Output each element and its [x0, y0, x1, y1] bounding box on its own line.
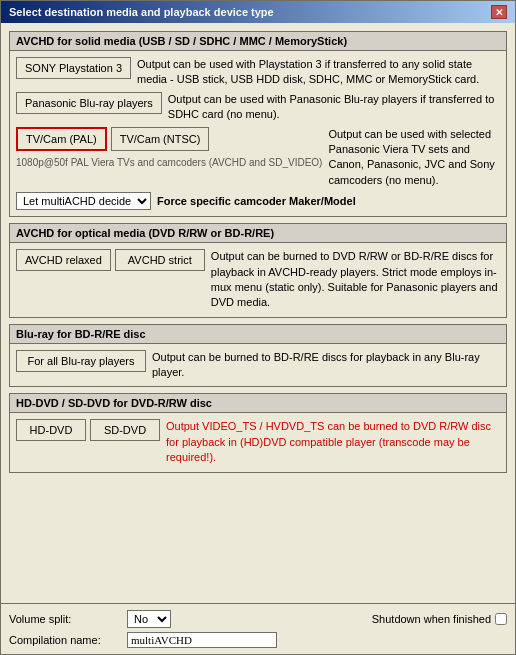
dropdown-row: Let multiACHD decide Force specific camc… [16, 192, 500, 210]
bottom-bar: Volume split: NoYes Shutdown when finish… [1, 603, 515, 654]
tvcam-buttons-row: TV/Cam (PAL) TV/Cam (NTSC) [16, 127, 322, 151]
close-button[interactable]: ✕ [491, 5, 507, 19]
multiachd-dropdown[interactable]: Let multiACHD decide [16, 192, 151, 210]
section-hddvd-header: HD-DVD / SD-DVD for DVD-R/RW disc [10, 394, 506, 413]
desc-playstation: Output can be used with Playstation 3 if… [137, 57, 500, 88]
desc-optical: Output can be burned to DVD R/RW or BD-R… [211, 249, 500, 311]
row-hddvd: HD-DVD SD-DVD Output VIDEO_TS / HVDVD_TS… [16, 419, 500, 465]
compilation-label: Compilation name: [9, 634, 119, 646]
dialog-content: AVCHD for solid media (USB / SD / SDHC /… [1, 23, 515, 603]
section-avchd-solid-body: SONY Playstation 3 Output can be used wi… [10, 51, 506, 216]
compilation-input[interactable] [127, 632, 277, 648]
row-tvcam: TV/Cam (PAL) TV/Cam (NTSC) 1080p@50f PAL… [16, 127, 500, 189]
btn-tvcam-ntsc[interactable]: TV/Cam (NTSC) [111, 127, 210, 151]
row-panasonic-bluray: Panasonic Blu-ray players Output can be … [16, 92, 500, 123]
btn-avchd-strict[interactable]: AVCHD strict [115, 249, 205, 271]
volume-split-row: Volume split: NoYes Shutdown when finish… [9, 610, 507, 628]
btn-tvcam-pal[interactable]: TV/Cam (PAL) [16, 127, 107, 151]
section-avchd-optical-body: AVCHD relaxed AVCHD strict Output can be… [10, 243, 506, 317]
section-avchd-optical: AVCHD for optical media (DVD R/RW or BD-… [9, 223, 507, 318]
row-bluray: For all Blu-ray players Output can be bu… [16, 350, 500, 381]
dialog: Select destination media and playback de… [0, 0, 516, 655]
btn-panasonic-bluray[interactable]: Panasonic Blu-ray players [16, 92, 162, 114]
section-bluray-header: Blu-ray for BD-R/RE disc [10, 325, 506, 344]
volume-split-label: Volume split: [9, 613, 119, 625]
row-playstation: SONY Playstation 3 Output can be used wi… [16, 57, 500, 88]
section-bluray: Blu-ray for BD-R/RE disc For all Blu-ray… [9, 324, 507, 388]
force-label: Force specific camcoder Maker/Model [157, 195, 356, 207]
volume-split-dropdown[interactable]: NoYes [127, 610, 171, 628]
section-avchd-solid: AVCHD for solid media (USB / SD / SDHC /… [9, 31, 507, 217]
btn-avchd-relaxed[interactable]: AVCHD relaxed [16, 249, 111, 271]
dialog-title: Select destination media and playback de… [9, 6, 274, 18]
shutdown-label: Shutdown when finished [372, 613, 507, 625]
btn-group-hddvd: HD-DVD SD-DVD [16, 419, 160, 441]
optical-buttons-row: AVCHD relaxed AVCHD strict [16, 249, 205, 271]
btn-hddvd[interactable]: HD-DVD [16, 419, 86, 441]
hddvd-buttons-row: HD-DVD SD-DVD [16, 419, 160, 441]
section-bluray-body: For all Blu-ray players Output can be bu… [10, 344, 506, 387]
viera-note: PAL Viera TVs and camcoders (AVCHD and S… [71, 157, 323, 168]
section-hddvd-body: HD-DVD SD-DVD Output VIDEO_TS / HVDVD_TS… [10, 413, 506, 471]
btn-group-optical: AVCHD relaxed AVCHD strict [16, 249, 205, 271]
desc-panasonic-bluray: Output can be used with Panasonic Blu-ra… [168, 92, 500, 123]
resolution-note: 1080p@50f PAL Viera TVs and camcoders (A… [16, 157, 322, 168]
btn-group-playstation: SONY Playstation 3 [16, 57, 131, 79]
desc-bluray: Output can be burned to BD-R/RE discs fo… [152, 350, 500, 381]
compilation-row: Compilation name: [9, 632, 507, 648]
section-avchd-optical-header: AVCHD for optical media (DVD R/RW or BD-… [10, 224, 506, 243]
shutdown-checkbox[interactable] [495, 613, 507, 625]
section-hddvd: HD-DVD / SD-DVD for DVD-R/RW disc HD-DVD… [9, 393, 507, 472]
btn-playstation3[interactable]: SONY Playstation 3 [16, 57, 131, 79]
btn-group-panasonic-bluray: Panasonic Blu-ray players [16, 92, 162, 114]
btn-group-bluray: For all Blu-ray players [16, 350, 146, 372]
btn-all-bluray[interactable]: For all Blu-ray players [16, 350, 146, 372]
section-avchd-solid-header: AVCHD for solid media (USB / SD / SDHC /… [10, 32, 506, 51]
row-optical-btns: AVCHD relaxed AVCHD strict Output can be… [16, 249, 500, 311]
btn-group-tvcam: TV/Cam (PAL) TV/Cam (NTSC) 1080p@50f PAL… [16, 127, 322, 168]
title-bar: Select destination media and playback de… [1, 1, 515, 23]
desc-hddvd: Output VIDEO_TS / HVDVD_TS can be burned… [166, 419, 500, 465]
desc-tvcam: Output can be used with selected Panason… [328, 127, 500, 189]
btn-sddvd[interactable]: SD-DVD [90, 419, 160, 441]
